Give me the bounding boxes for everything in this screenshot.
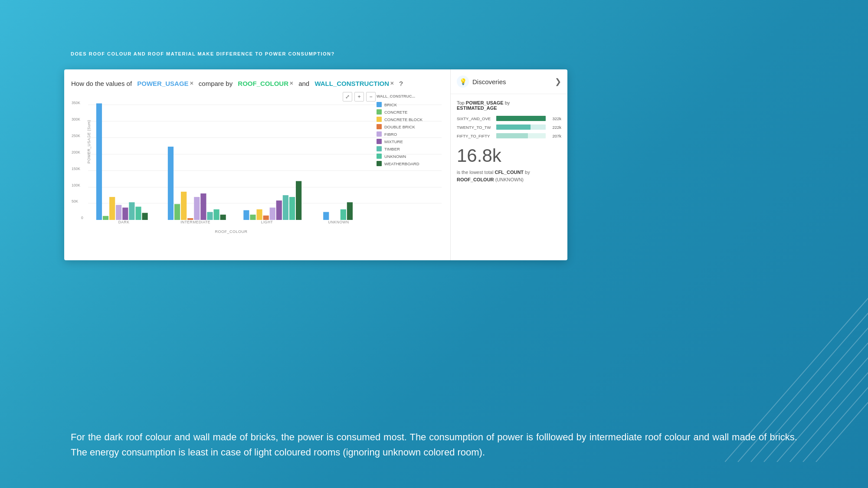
legend-color-concrete [377, 109, 382, 115]
var2-label: ROOF_COLOUR ✕ [238, 80, 293, 87]
bar-light-fibro [270, 208, 275, 220]
var3-remove[interactable]: ✕ [390, 81, 394, 86]
question-and: and [298, 80, 309, 87]
disc-bar-label-1: SIXTY_AND_OVE [457, 116, 494, 121]
bar-int-timber [207, 212, 213, 220]
disc-bar-row-3: FIFTY_TO_FIFTY 207k [457, 133, 561, 138]
svg-line-5 [790, 288, 868, 462]
bar-dark-weatherboard [142, 213, 147, 220]
x-label-intermediate: INTERMEDIATE [160, 220, 231, 229]
bar-light-mixture [276, 200, 282, 220]
bar-unk-weatherboard [347, 202, 353, 220]
disc-bar-track-1 [496, 116, 546, 121]
disc-bar-fill-3 [496, 133, 528, 138]
summary-text: For the dark roof colour and wall made o… [71, 429, 797, 460]
chart-legend: WALL_CONSTRUC... BRICK CONCRETE CONCRETE… [377, 94, 442, 168]
disc-description: is the lowest total CFL_COUNT by ROOF_CO… [457, 169, 561, 183]
discoveries-header: 💡 Discoveries ❯ [451, 69, 567, 94]
discoveries-title: Discoveries [472, 78, 506, 85]
var3-label: WALL_CONSTRUCTION ✕ [314, 80, 394, 87]
y-tick-250k: 250K [72, 134, 80, 138]
zoom-out-btn[interactable]: − [366, 92, 376, 102]
bar-dark-unknown [135, 206, 141, 220]
disc-cfl-label: CFL_COUNT [495, 170, 524, 175]
disc-big-number: 16.8k [457, 145, 561, 166]
disc-bar-fill-2 [496, 124, 531, 130]
bar-unk-unknown [341, 210, 346, 220]
disc-bar-track-2 [496, 124, 546, 130]
legend-label-mixture: MIXTURE [384, 139, 403, 144]
y-tick-100k: 100K [72, 183, 80, 187]
disc-bar-value-1: 322k [548, 116, 561, 121]
bar-int-brick [168, 147, 174, 220]
bar-light-brick [243, 210, 249, 220]
disc-bar-label-2: TWENTY_TO_TW [457, 125, 494, 130]
disc-var2: ESTIMATED_AGE [457, 105, 497, 111]
svg-line-7 [816, 288, 868, 462]
disc-bar-value-2: 222k [548, 125, 561, 130]
x-label-light: LIGHT [231, 220, 303, 229]
disc-roof-colour-label: ROOF_COLOUR [457, 177, 494, 182]
legend-item-mixture: MIXTURE [377, 139, 442, 144]
discoveries-header-left: 💡 Discoveries [457, 75, 506, 88]
legend-label-unknown: UNKNOWN [384, 154, 406, 159]
x-label-unknown: UNKNOWN [303, 220, 374, 229]
bar-light-doublebrick [263, 216, 269, 220]
question-suffix: ? [399, 80, 403, 87]
var1-label: POWER_USAGE ✕ [137, 80, 193, 87]
legend-label-fibro: FIBRO [384, 132, 397, 137]
legend-item-concreteblock: CONCRETE BLOCK [377, 117, 442, 122]
legend-item-weatherboard: WEATHERBOARD [377, 161, 442, 166]
disc-bar-row-2: TWENTY_TO_TW 222k [457, 124, 561, 130]
x-axis-title: ROOF_COLOUR [88, 229, 374, 234]
discoveries-expand-btn[interactable]: ❯ [555, 77, 561, 86]
zoom-in-btn[interactable]: + [354, 92, 364, 102]
bar-dark-fibro [116, 205, 121, 220]
y-tick-350k: 350K [72, 101, 80, 105]
disc-bar-fill-1 [496, 116, 546, 121]
disc-bar-label-3: FIFTY_TO_FIFTY [457, 134, 494, 138]
chart-container: How do the values of POWER_USAGE ✕ compa… [64, 69, 567, 260]
bar-light-unknown [289, 197, 295, 220]
bar-light-concrete [250, 215, 255, 220]
disc-bar-track-3 [496, 133, 546, 138]
legend-label-concreteblock: CONCRETE BLOCK [384, 117, 423, 122]
legend-title: WALL_CONSTRUC... [377, 94, 442, 98]
x-label-dark: DARK [88, 220, 160, 229]
legend-color-unknown [377, 154, 382, 159]
svg-line-6 [803, 288, 868, 462]
var1-remove[interactable]: ✕ [190, 81, 193, 86]
bar-light-weatherboard [296, 181, 301, 220]
bar-dark-concreteblock [109, 197, 115, 220]
legend-color-brick [377, 102, 382, 107]
legend-item-timber: TIMBER [377, 146, 442, 151]
chart-plot-area: POWER_USAGE (Sum) 350K 300K 250K 200K 15… [88, 94, 442, 229]
legend-item-unknown: UNKNOWN [377, 154, 442, 159]
discoveries-content: Top POWER_USAGE by ESTIMATED_AGE SIXTY_A… [451, 94, 567, 260]
bar-dark-timber [129, 202, 134, 220]
legend-item-concrete: CONCRETE [377, 109, 442, 115]
bar-dark-brick [96, 103, 102, 220]
page-title: DOES ROOF COLOUR AND ROOF MATERIAL MAKE … [71, 51, 335, 56]
bar-int-fibro [194, 197, 200, 220]
legend-color-weatherboard [377, 161, 382, 166]
question-prefix: How do the values of [71, 80, 132, 87]
var2-remove[interactable]: ✕ [289, 81, 293, 86]
disc-bar-value-3: 207k [548, 134, 561, 138]
bar-light-concreteblock [256, 210, 262, 220]
legend-item-brick: BRICK [377, 102, 442, 107]
bar-int-concrete [174, 204, 180, 220]
fit-btn[interactable]: ⤢ [343, 92, 352, 102]
bar-dark-concrete [103, 216, 108, 220]
bar-chart-svg [88, 94, 374, 220]
legend-color-timber [377, 146, 382, 151]
bulb-icon: 💡 [457, 75, 469, 88]
bar-int-mixture [200, 193, 206, 220]
discoveries-subtitle: Top POWER_USAGE by ESTIMATED_AGE [457, 100, 561, 111]
chart-header: How do the values of POWER_USAGE ✕ compa… [64, 74, 446, 91]
legend-color-concreteblock [377, 117, 382, 122]
bar-int-concreteblock [181, 192, 187, 220]
y-tick-150k: 150K [72, 167, 80, 171]
y-tick-0: 0 [81, 216, 83, 220]
bar-dark-mixture [122, 208, 128, 220]
